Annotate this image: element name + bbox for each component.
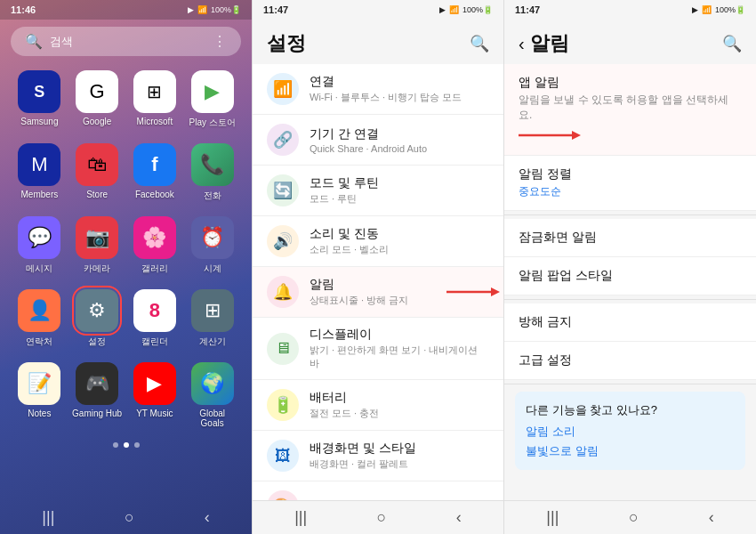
back-button[interactable]: ‹ 알림 bbox=[519, 30, 569, 57]
nav-back-1[interactable]: ‹ bbox=[205, 508, 210, 527]
home-screen-panel: 11:46 ▶ 📶 100%🔋 🔍 검색 ⋮ S Samsung G Googl… bbox=[0, 0, 252, 534]
nav-back-3[interactable]: ‹ bbox=[709, 508, 714, 527]
app-icon-goals: 🌍 bbox=[191, 362, 234, 405]
app-goals[interactable]: 🌍 Global Goals bbox=[187, 362, 237, 428]
search-label: 검색 bbox=[50, 34, 73, 50]
settings-item-wallpaper[interactable]: 🖼 배경화면 및 스타일 배경화면 · 컬러 팔레트 bbox=[253, 431, 503, 481]
battery-icon-3: 100%🔋 bbox=[715, 5, 745, 14]
app-members[interactable]: M Members bbox=[14, 143, 65, 202]
notif-search-icon[interactable]: 🔍 bbox=[722, 34, 742, 53]
signal-icon-3: ▶ bbox=[692, 5, 698, 14]
wifi-text: 연결 Wi-Fi · 블루투스 · 비행기 탑승 모드 bbox=[310, 74, 489, 104]
app-label-google: Google bbox=[83, 117, 111, 126]
settings-panel: 11:47 ▶ 📶 100%🔋 설정 🔍 📶 연결 Wi-Fi · 블루투스 ·… bbox=[252, 0, 503, 534]
settings-item-sound[interactable]: 🔊 소리 및 진동 소리 모드 · 벨소리 bbox=[253, 216, 503, 267]
app-google[interactable]: G Google bbox=[72, 70, 123, 129]
suggestion-link-light[interactable]: 불빛으로 알림 bbox=[526, 443, 735, 459]
notif-item-lock[interactable]: 잠금화면 알림 bbox=[504, 219, 756, 257]
bottom-nav-2: ||| ○ ‹ bbox=[253, 500, 503, 534]
app-grid-row2: M Members 🛍 Store f Facebook 📞 전화 bbox=[0, 136, 252, 209]
display-title: 디스플레이 bbox=[310, 327, 489, 343]
notif-item-app[interactable]: 앱 알림 알림을 보낼 수 있도록 허용할 앱을 선택하세요. bbox=[504, 64, 756, 156]
red-arrow-icon-2 bbox=[519, 126, 581, 144]
display-sub: 밝기 · 편안하게 화면 보기 · 내비게이션 바 bbox=[310, 344, 489, 370]
app-icon-contacts: 👤 bbox=[18, 289, 60, 332]
sound-settings-icon: 🔊 bbox=[267, 225, 299, 257]
app-samsung[interactable]: S Samsung bbox=[14, 70, 65, 129]
notif-item-popup[interactable]: 알림 팝업 스타일 bbox=[504, 257, 756, 295]
devices-settings-icon: 🔗 bbox=[267, 124, 299, 156]
settings-item-mode[interactable]: 🔄 모드 및 루틴 모드 · 루틴 bbox=[253, 166, 503, 216]
app-ytmusic[interactable]: ▶ YT Music bbox=[130, 362, 181, 428]
time-3: 11:47 bbox=[515, 4, 540, 15]
sort-notif-sub: 중요도순 bbox=[519, 184, 742, 199]
app-playstore[interactable]: ▶ Play 스토어 bbox=[187, 70, 237, 129]
notification-settings-panel: 11:47 ▶ 📶 100%🔋 ‹ 알림 🔍 앱 알림 알림을 보낼 수 있도록… bbox=[503, 0, 756, 534]
search-bar[interactable]: 🔍 검색 ⋮ bbox=[11, 27, 241, 56]
nav-home-2[interactable]: ○ bbox=[377, 508, 387, 527]
battery-title: 배터리 bbox=[310, 390, 489, 406]
app-store[interactable]: 🛍 Store bbox=[72, 143, 123, 202]
nav-home-1[interactable]: ○ bbox=[125, 508, 134, 527]
status-bar-2: 11:47 ▶ 📶 100%🔋 bbox=[253, 0, 503, 20]
nav-home-3[interactable]: ○ bbox=[629, 508, 639, 527]
wallpaper-settings-icon: 🖼 bbox=[267, 440, 299, 472]
settings-list: 📶 연결 Wi-Fi · 블루투스 · 비행기 탑승 모드 🔗 기기 간 연결 … bbox=[253, 64, 503, 500]
settings-item-alarm[interactable]: 🔔 알림 상태표시줄 · 방해 금지 bbox=[253, 267, 503, 318]
app-camera[interactable]: 📷 카메라 bbox=[72, 216, 123, 275]
app-icon-messages: 💬 bbox=[18, 216, 60, 259]
app-calculator[interactable]: ⊞ 계산기 bbox=[187, 289, 237, 348]
app-clock[interactable]: ⏰ 시계 bbox=[187, 216, 237, 275]
theme-text: 테마 bbox=[310, 498, 489, 500]
wifi-icon-1: 📶 bbox=[197, 5, 207, 14]
battery-sub: 절전 모드 · 충전 bbox=[310, 407, 489, 420]
app-phone[interactable]: 📞 전화 bbox=[187, 143, 237, 202]
app-gallery[interactable]: 🌸 갤러리 bbox=[130, 216, 181, 275]
dot-3 bbox=[134, 442, 140, 448]
app-icon-notes: 📝 bbox=[18, 362, 60, 405]
more-icon[interactable]: ⋮ bbox=[213, 33, 227, 50]
app-microsoft[interactable]: ⊞ Microsoft bbox=[130, 70, 181, 129]
theme-title: 테마 bbox=[310, 498, 489, 500]
app-notes[interactable]: 📝 Notes bbox=[14, 362, 65, 428]
theme-settings-icon: 🎨 bbox=[267, 490, 299, 500]
app-icon-calculator: ⊞ bbox=[191, 289, 234, 332]
settings-item-theme[interactable]: 🎨 테마 bbox=[253, 481, 503, 500]
devices-text: 기기 간 연결 Quick Share · Android Auto bbox=[310, 126, 489, 154]
app-grid-row5: 📝 Notes 🎮 Gaming Hub ▶ YT Music 🌍 Global… bbox=[0, 355, 252, 435]
app-icon-store: 🛍 bbox=[76, 143, 118, 186]
settings-item-wifi[interactable]: 📶 연결 Wi-Fi · 블루투스 · 비행기 탑승 모드 bbox=[253, 64, 503, 115]
app-icon-gallery: 🌸 bbox=[133, 216, 176, 259]
back-arrow-icon: ‹ bbox=[519, 34, 525, 54]
devices-sub: Quick Share · Android Auto bbox=[310, 143, 489, 154]
app-icon-camera: 📷 bbox=[76, 216, 118, 259]
app-facebook[interactable]: f Facebook bbox=[130, 143, 181, 202]
suggestion-link-sound[interactable]: 알림 소리 bbox=[526, 424, 735, 440]
app-gaminghub[interactable]: 🎮 Gaming Hub bbox=[72, 362, 123, 428]
nav-recent-3[interactable]: ||| bbox=[546, 508, 559, 527]
app-label-settings: 설정 bbox=[88, 336, 106, 348]
app-calendar[interactable]: 8 캘린더 bbox=[130, 289, 181, 348]
notif-item-dnd[interactable]: 방해 금지 bbox=[504, 303, 756, 342]
settings-item-display[interactable]: 🖥 디스플레이 밝기 · 편안하게 화면 보기 · 내비게이션 바 bbox=[253, 318, 503, 380]
app-contacts[interactable]: 👤 연락처 bbox=[14, 289, 65, 348]
app-settings[interactable]: ⚙ 설정 bbox=[72, 289, 123, 348]
battery-text: 배터리 절전 모드 · 충전 bbox=[310, 390, 489, 420]
app-messages[interactable]: 💬 메시지 bbox=[14, 216, 65, 275]
app-label-calculator: 계산기 bbox=[199, 336, 226, 348]
settings-item-battery[interactable]: 🔋 배터리 절전 모드 · 충전 bbox=[253, 380, 503, 431]
settings-item-devices[interactable]: 🔗 기기 간 연결 Quick Share · Android Auto bbox=[253, 115, 503, 166]
page-dots bbox=[0, 442, 252, 448]
wifi-sub: Wi-Fi · 블루투스 · 비행기 탑승 모드 bbox=[310, 91, 489, 104]
settings-search-icon[interactable]: 🔍 bbox=[470, 34, 489, 53]
notif-item-advanced[interactable]: 고급 설정 bbox=[504, 342, 756, 380]
app-icon-clock: ⏰ bbox=[191, 216, 234, 259]
status-icons-3: ▶ 📶 100%🔋 bbox=[692, 5, 745, 14]
nav-recent-2[interactable]: ||| bbox=[294, 508, 307, 527]
sound-title: 소리 및 진동 bbox=[310, 226, 489, 242]
nav-back-2[interactable]: ‹ bbox=[456, 508, 462, 527]
notif-item-sort[interactable]: 알림 정렬 중요도순 bbox=[504, 156, 756, 211]
nav-recent-1[interactable]: ||| bbox=[42, 508, 54, 527]
display-text: 디스플레이 밝기 · 편안하게 화면 보기 · 내비게이션 바 bbox=[310, 327, 489, 370]
settings-header: 설정 🔍 bbox=[253, 20, 503, 64]
